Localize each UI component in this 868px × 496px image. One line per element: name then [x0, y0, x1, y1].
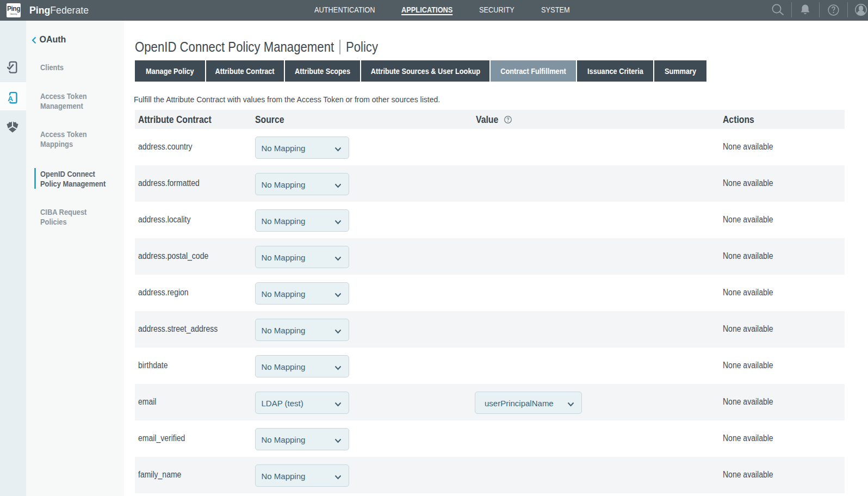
svg-text:A: A: [8, 95, 13, 103]
